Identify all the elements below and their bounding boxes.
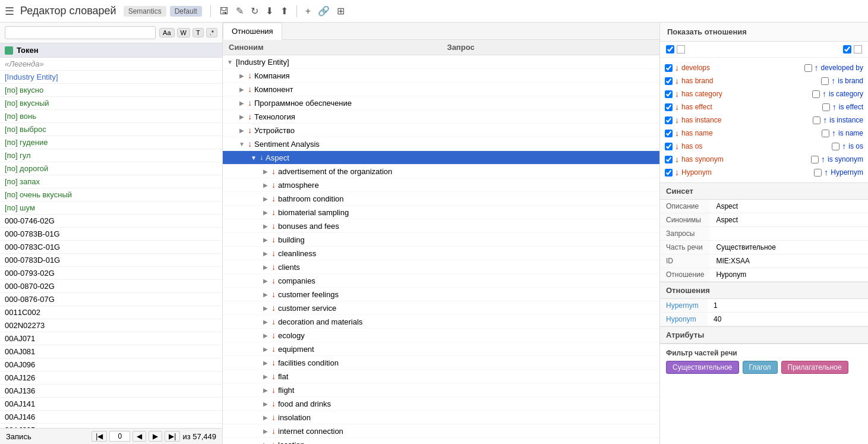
tree-toggle[interactable]: ▶ bbox=[261, 371, 270, 381]
regex-btn[interactable]: .* bbox=[206, 28, 217, 37]
rel-has-synonym-left-cb[interactable] bbox=[665, 156, 673, 163]
list-item[interactable]: 0011C002 bbox=[0, 306, 222, 319]
tree-row[interactable]: ▶ ↓ customer service bbox=[223, 301, 659, 315]
tree-row[interactable]: ▶ ↓ Устройство bbox=[223, 124, 659, 137]
tree-row[interactable]: ▶ ↓ bathroom condition bbox=[223, 192, 659, 206]
tree-row[interactable]: ▶ ↓ Компания bbox=[223, 69, 659, 83]
tree-toggle[interactable]: ▶ bbox=[261, 330, 270, 340]
first-page-btn[interactable]: |◀ bbox=[91, 431, 107, 442]
rel-hyponym-right-cb[interactable] bbox=[814, 169, 822, 177]
tree-row[interactable]: ▶ ↓ building bbox=[223, 233, 659, 247]
tree-toggle[interactable]: ▶ bbox=[261, 207, 270, 217]
tree-toggle[interactable]: ▶ bbox=[261, 289, 270, 299]
tree-row[interactable]: ▶ ↓ clients bbox=[223, 260, 659, 274]
tree-row[interactable]: ▶ ↓ companies bbox=[223, 274, 659, 288]
upload-button[interactable]: ⬆ bbox=[277, 4, 292, 18]
list-item[interactable]: [по] шум bbox=[0, 201, 222, 215]
tree-row[interactable]: ▶ ↓ insolation bbox=[223, 411, 659, 424]
list-item[interactable]: [по] выброс bbox=[0, 123, 222, 136]
page-input[interactable] bbox=[109, 431, 130, 442]
list-item[interactable]: [по] дорогой bbox=[0, 162, 222, 175]
tree-toggle[interactable]: ▶ bbox=[261, 317, 270, 326]
list-item[interactable]: [по] гудение bbox=[0, 136, 222, 149]
list-item[interactable]: [по] вкусно bbox=[0, 84, 222, 97]
tree-row[interactable]: ▶ ↓ equipment bbox=[223, 342, 659, 356]
list-item[interactable]: 000-0783B-01G bbox=[0, 228, 222, 241]
rel-has-name-left-cb[interactable] bbox=[665, 130, 673, 137]
check-all-left[interactable] bbox=[666, 45, 674, 53]
layout-button[interactable]: ⊞ bbox=[333, 4, 348, 18]
rel-has-effect-left-cb[interactable] bbox=[665, 103, 673, 111]
list-item[interactable]: [по] запах bbox=[0, 175, 222, 188]
tree-row[interactable]: ▶ ↓ ecology bbox=[223, 329, 659, 342]
tree-toggle[interactable]: ▶ bbox=[237, 98, 247, 108]
tree-toggle[interactable]: ▼ bbox=[249, 153, 258, 162]
rel-has-category-right-cb[interactable] bbox=[812, 90, 820, 98]
rel-has-instance-right-cb[interactable] bbox=[813, 116, 820, 124]
tree-toggle[interactable]: ▶ bbox=[261, 399, 270, 408]
tree-row[interactable]: ▼ [Industry Entity] bbox=[223, 55, 659, 69]
tree-toggle[interactable]: ▶ bbox=[261, 235, 270, 244]
whole-word-btn[interactable]: W bbox=[177, 28, 190, 37]
rel-has-effect-right-cb[interactable] bbox=[822, 103, 830, 111]
tree-toggle[interactable]: ▶ bbox=[261, 180, 270, 190]
list-item[interactable]: 00AJ096 bbox=[0, 358, 222, 371]
tree-toggle[interactable]: ▼ bbox=[225, 57, 235, 67]
tree-row[interactable]: ▶ ↓ Компонент bbox=[223, 83, 659, 96]
rel-has-brand-right-cb[interactable] bbox=[821, 77, 829, 85]
rel-has-brand-left-cb[interactable] bbox=[665, 77, 673, 85]
tree-row[interactable]: ▶ ↓ food and drinks bbox=[223, 397, 659, 411]
filter-adj-btn[interactable]: Прилагательное bbox=[781, 361, 848, 374]
tree-row[interactable]: ▶ ↓ location bbox=[223, 438, 659, 444]
list-item[interactable]: 000-0746-02G bbox=[0, 215, 222, 228]
tree-toggle[interactable]: ▶ bbox=[237, 125, 247, 135]
semantics-tag[interactable]: Semantics bbox=[124, 6, 166, 17]
tree-row[interactable]: ▶ ↓ Программное обеспечение bbox=[223, 96, 659, 110]
list-item[interactable]: 00AJ126 bbox=[0, 371, 222, 385]
tree-row[interactable]: ▶ ↓ customer feelings bbox=[223, 288, 659, 301]
list-item[interactable]: 000-0783D-01G bbox=[0, 254, 222, 267]
tree-toggle[interactable]: ▶ bbox=[261, 426, 270, 436]
uncheck-all-right[interactable] bbox=[854, 45, 862, 53]
tree-toggle[interactable]: ▶ bbox=[261, 385, 270, 395]
add-button[interactable]: + bbox=[302, 4, 314, 18]
tree-toggle[interactable]: ▶ bbox=[261, 344, 270, 354]
download-button[interactable]: ⬇ bbox=[262, 4, 277, 18]
list-item[interactable]: 000-0876-07G bbox=[0, 293, 222, 306]
tree-row[interactable]: ▶ ↓ cleanliness bbox=[223, 247, 659, 260]
tree-row[interactable]: ▼ ↓ Aspect bbox=[223, 151, 659, 165]
tree-row[interactable]: ▶ ↓ decoration and materials bbox=[223, 315, 659, 329]
rel-has-os-right-cb[interactable] bbox=[832, 143, 839, 150]
list-item[interactable]: 000-0870-02G bbox=[0, 280, 222, 293]
tree-toggle[interactable]: ▶ bbox=[261, 412, 270, 422]
list-item[interactable]: [по] вонь bbox=[0, 110, 222, 123]
list-item[interactable]: [Industry Entity] bbox=[0, 71, 222, 84]
next-page-btn[interactable]: ▶ bbox=[149, 431, 162, 442]
rel-has-instance-left-cb[interactable] bbox=[665, 116, 673, 124]
tree-toggle[interactable]: ▼ bbox=[237, 139, 247, 149]
uncheck-all-left[interactable] bbox=[677, 45, 685, 53]
list-item[interactable]: [по] вкусный bbox=[0, 97, 222, 110]
check-all-right[interactable] bbox=[843, 45, 851, 53]
list-item[interactable]: 00AJ146 bbox=[0, 411, 222, 424]
tree-row[interactable]: ▶ ↓ advertisement of the organization bbox=[223, 165, 659, 178]
menu-icon[interactable]: ☰ bbox=[5, 5, 14, 18]
list-item[interactable]: 00AJ395 bbox=[0, 424, 222, 428]
tree-row[interactable]: ▶ ↓ facilities condition bbox=[223, 356, 659, 370]
tree-toggle[interactable]: ▶ bbox=[261, 248, 270, 258]
rel-has-synonym-right-cb[interactable] bbox=[811, 156, 819, 163]
list-item[interactable]: 00AJ081 bbox=[0, 345, 222, 358]
rel-develops-left-cb[interactable] bbox=[665, 64, 673, 72]
tree-toggle[interactable]: ▶ bbox=[261, 358, 270, 367]
rel-has-name-right-cb[interactable] bbox=[822, 130, 829, 137]
list-item[interactable]: [по] гул bbox=[0, 149, 222, 162]
rel-has-category-left-cb[interactable] bbox=[665, 90, 673, 98]
search-input[interactable] bbox=[5, 26, 156, 39]
tree-row[interactable]: ▶ ↓ biomaterial sampling bbox=[223, 206, 659, 219]
list-item[interactable]: 00AJ071 bbox=[0, 332, 222, 345]
edit-button[interactable]: ✎ bbox=[232, 4, 247, 18]
list-item[interactable]: 000-0793-02G bbox=[0, 267, 222, 280]
filter-verb-btn[interactable]: Глагол bbox=[743, 361, 778, 374]
tree-toggle[interactable]: ▶ bbox=[261, 303, 270, 313]
list-item[interactable]: 00AJ136 bbox=[0, 385, 222, 398]
